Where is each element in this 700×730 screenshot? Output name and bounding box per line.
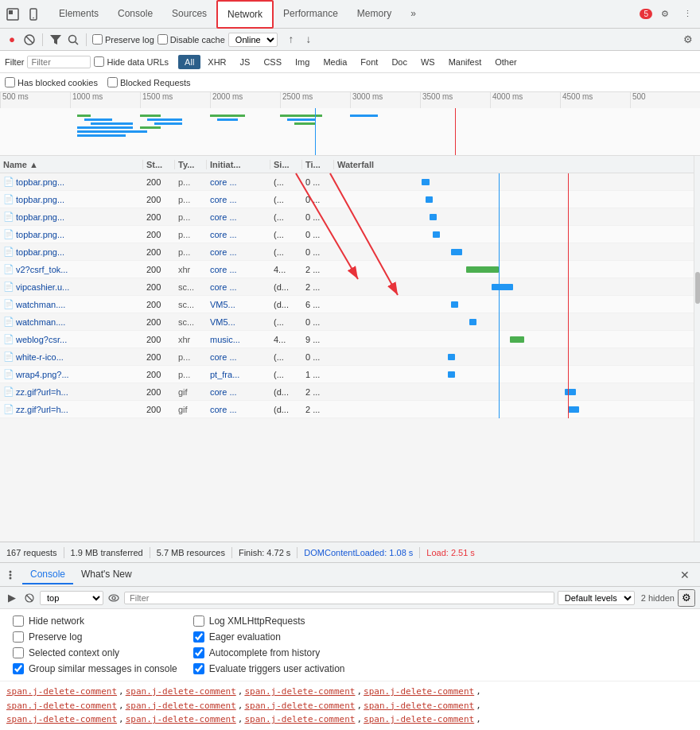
context-select[interactable]: top xyxy=(40,591,103,605)
table-row[interactable]: 📄 zz.gif?url=h... 200 gif core ... (d...… xyxy=(0,383,700,401)
tab-sources[interactable]: Sources xyxy=(162,0,216,29)
console-menu-icon[interactable] xyxy=(6,567,22,583)
preserve-log-checkbox[interactable] xyxy=(92,34,103,45)
stop-button[interactable] xyxy=(22,33,37,47)
filter-toggle-button[interactable] xyxy=(49,33,63,47)
hide-data-urls-checkbox[interactable] xyxy=(94,56,104,67)
preserve-log-label[interactable]: Preserve log xyxy=(92,34,154,45)
eager-eval-checkbox[interactable] xyxy=(193,631,204,643)
eye-icon[interactable] xyxy=(107,591,121,605)
filter-ws[interactable]: WS xyxy=(414,55,441,69)
console-link[interactable]: span.j-delete-comment xyxy=(6,685,117,699)
setting-autocomplete[interactable]: Autocomplete from history xyxy=(193,647,345,658)
table-row[interactable]: 📄 topbar.png... 200 p... core ... (... 0… xyxy=(0,173,700,191)
tab-memory[interactable]: Memory xyxy=(348,0,401,29)
disable-cache-label[interactable]: Disable cache xyxy=(158,34,225,45)
tab-more[interactable]: » xyxy=(401,0,426,29)
cell-type: xhr xyxy=(175,335,207,344)
setting-selected-context[interactable]: Selected context only xyxy=(13,647,177,658)
console-link[interactable]: span.j-delete-comment xyxy=(126,699,236,713)
hide-network-checkbox[interactable] xyxy=(13,615,24,627)
header-size: Si... xyxy=(270,160,302,169)
table-row[interactable]: 📄 vipcashier.u... 200 sc... core ... (d.… xyxy=(0,278,700,296)
console-link[interactable]: span.j-delete-comment xyxy=(364,685,474,699)
console-link[interactable]: span.j-delete-comment xyxy=(6,699,117,713)
console-link[interactable]: span.j-delete-comment xyxy=(126,713,236,727)
tab-console[interactable]: Console xyxy=(108,0,162,29)
setting-evaluate-triggers[interactable]: Evaluate triggers user activation xyxy=(193,663,345,674)
levels-select[interactable]: Default levels xyxy=(558,591,635,605)
preserve-log-console-checkbox[interactable] xyxy=(13,631,24,643)
mobile-icon[interactable] xyxy=(24,5,43,24)
inspect-icon[interactable] xyxy=(3,5,22,24)
console-link[interactable]: span.j-delete-comment xyxy=(244,685,355,699)
table-row[interactable]: 📄 watchman.... 200 sc... VM5... (... 0 .… xyxy=(0,313,700,331)
console-link[interactable]: span.j-delete-comment xyxy=(364,713,474,727)
console-filter-input[interactable] xyxy=(124,592,554,604)
console-link[interactable]: span.j-delete-comment xyxy=(126,685,236,699)
disable-cache-checkbox[interactable] xyxy=(158,34,168,45)
evaluate-triggers-checkbox[interactable] xyxy=(193,663,204,674)
console-execute-button[interactable]: ▶ xyxy=(5,591,19,605)
scrollbar-thumb[interactable] xyxy=(695,272,700,304)
console-tab-console[interactable]: Console xyxy=(22,565,73,584)
cell-initiator: core ... xyxy=(207,177,270,187)
group-similar-checkbox[interactable] xyxy=(13,663,24,674)
filter-input[interactable] xyxy=(27,56,91,68)
devtools-settings-icon[interactable]: ⚙ xyxy=(655,5,675,24)
table-row[interactable]: 📄 topbar.png... 200 p... core ... (... 0… xyxy=(0,191,700,208)
log-xmlhttp-checkbox[interactable] xyxy=(193,615,204,627)
console-tab-whats-new[interactable]: What's New xyxy=(73,565,140,584)
console-gear-button[interactable]: ⚙ xyxy=(678,589,695,607)
tab-performance[interactable]: Performance xyxy=(274,0,348,29)
filter-manifest[interactable]: Manifest xyxy=(442,55,488,69)
import-button[interactable]: ↑ xyxy=(284,33,298,47)
console-stop-button[interactable] xyxy=(22,591,37,605)
filter-other[interactable]: Other xyxy=(488,55,523,69)
filter-css[interactable]: CSS xyxy=(257,55,288,69)
has-blocked-cookies-label[interactable]: Has blocked cookies xyxy=(5,77,98,87)
filter-xhr[interactable]: XHR xyxy=(201,55,232,69)
table-row[interactable]: 📄 wrap4.png?... 200 p... pt_fra... (... … xyxy=(0,366,700,383)
record-button[interactable]: ● xyxy=(5,33,19,47)
table-row[interactable]: 📄 topbar.png... 200 p... core ... (... 0… xyxy=(0,243,700,261)
cell-waterfall xyxy=(334,173,700,191)
setting-group-similar[interactable]: Group similar messages in console xyxy=(13,663,177,674)
table-row[interactable]: 📄 watchman.... 200 sc... VM5... (d... 6 … xyxy=(0,296,700,313)
blocked-requests-label[interactable]: Blocked Requests xyxy=(107,77,191,87)
setting-eager-eval[interactable]: Eager evaluation xyxy=(193,631,345,643)
filter-font[interactable]: Font xyxy=(354,55,384,69)
console-link[interactable]: span.j-delete-comment xyxy=(244,713,355,727)
console-close-button[interactable]: ✕ xyxy=(676,566,694,584)
selected-context-checkbox[interactable] xyxy=(13,647,24,658)
filter-all[interactable]: All xyxy=(178,55,200,69)
setting-log-xmlhttp[interactable]: Log XMLHttpRequests xyxy=(193,615,345,627)
network-settings-button[interactable]: ⚙ xyxy=(681,33,695,47)
setting-hide-network[interactable]: Hide network xyxy=(13,615,177,627)
tab-elements[interactable]: Elements xyxy=(49,0,108,29)
console-link[interactable]: span.j-delete-comment xyxy=(6,713,117,727)
has-blocked-cookies-checkbox[interactable] xyxy=(5,77,15,87)
table-row[interactable]: 📄 zz.gif?url=h... 200 gif core ... (d...… xyxy=(0,401,700,418)
table-row[interactable]: 📄 v2?csrf_tok... 200 xhr core ... 4... 2… xyxy=(0,261,700,278)
tab-network[interactable]: Network xyxy=(216,0,274,29)
table-row[interactable]: 📄 topbar.png... 200 p... core ... (... 0… xyxy=(0,226,700,243)
filter-img[interactable]: Img xyxy=(289,55,316,69)
setting-preserve-log[interactable]: Preserve log xyxy=(13,631,177,643)
filter-doc[interactable]: Doc xyxy=(385,55,414,69)
console-link[interactable]: span.j-delete-comment xyxy=(364,699,474,713)
filter-js[interactable]: JS xyxy=(234,55,257,69)
autocomplete-checkbox[interactable] xyxy=(193,647,204,658)
blocked-requests-checkbox[interactable] xyxy=(107,77,118,87)
export-button[interactable]: ↓ xyxy=(301,33,316,47)
table-row[interactable]: 📄 weblog?csr... 200 xhr music... 4... 9 … xyxy=(0,331,700,348)
console-link[interactable]: span.j-delete-comment xyxy=(244,699,355,713)
search-button[interactable] xyxy=(66,33,80,47)
filter-media[interactable]: Media xyxy=(317,55,353,69)
table-scrollbar[interactable] xyxy=(694,156,700,542)
hide-data-urls-label[interactable]: Hide data URLs xyxy=(94,56,169,67)
table-row[interactable]: 📄 topbar.png... 200 p... core ... (... 0… xyxy=(0,208,700,226)
devtools-more-icon[interactable]: ⋮ xyxy=(678,5,697,24)
table-row[interactable]: 📄 white-r-ico... 200 p... core ... (... … xyxy=(0,348,700,366)
throttling-select[interactable]: Online xyxy=(228,33,278,47)
